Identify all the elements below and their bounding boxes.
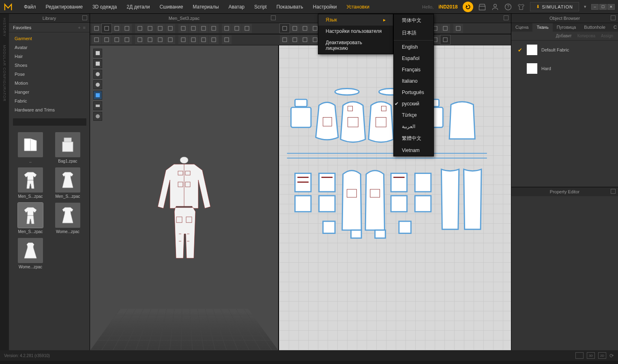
toolbar2d-tool-2[interactable]	[300, 24, 310, 33]
vp-mode-3[interactable]	[93, 70, 102, 79]
close-button[interactable]: ✕	[607, 4, 615, 10]
toolbar3d-tool-0[interactable]	[92, 24, 101, 33]
library-popout-icon[interactable]	[82, 15, 87, 20]
toolbar2db-tool-0[interactable]	[280, 35, 290, 44]
toolbar3db-tool-1[interactable]	[102, 35, 112, 44]
vp-mode-5[interactable]	[93, 91, 102, 100]
toolbar3db-tool-11[interactable]	[209, 35, 219, 44]
statusbar-box-1[interactable]	[575, 352, 584, 359]
toolbar3d-tool-9[interactable]	[189, 24, 198, 33]
ob-tab-Ткань[interactable]: Ткань	[532, 23, 552, 32]
vp-mode-6[interactable]	[93, 101, 102, 110]
document-tab-3d[interactable]: Men_Set3.zpac	[90, 14, 278, 23]
toolbar3db-tool-7[interactable]	[165, 35, 175, 44]
toolbar3d-tool-12[interactable]	[222, 24, 232, 33]
toolbar2db-tool-2[interactable]	[300, 35, 310, 44]
maximize-button[interactable]: ☐	[599, 4, 607, 10]
thumb-Men_S...zpac[interactable]: Men_S...zpac	[52, 167, 84, 199]
lang-item-Français[interactable]: Français	[394, 64, 433, 75]
toolbar3db-tool-9[interactable]	[189, 35, 198, 44]
toolbar2db-tool-1[interactable]	[290, 35, 300, 44]
menu-Редактирование[interactable]: Редактирование	[41, 1, 88, 13]
tshirt-icon[interactable]	[517, 3, 525, 11]
toolbar3d-tool-11[interactable]	[209, 24, 219, 33]
statusbar-refresh-icon[interactable]: ⟳	[609, 353, 614, 359]
vp-mode-1[interactable]	[93, 49, 102, 58]
category-garment[interactable]: Garment	[9, 34, 90, 43]
lang-item-русский[interactable]: ✔русский	[394, 98, 433, 109]
sync-button[interactable]	[463, 2, 473, 12]
lang-item-Italiano[interactable]: Italiano	[394, 75, 433, 87]
toolbar3db-tool-10[interactable]	[199, 35, 208, 44]
category-motion[interactable]: Motion	[9, 79, 90, 88]
menu-Настройки[interactable]: Настройки	[308, 1, 342, 13]
thumb-Wome...zpac[interactable]: Wome...zpac	[52, 203, 84, 234]
category-hair[interactable]: Hair	[9, 52, 90, 61]
favorites-menu-icon[interactable]: ≡	[83, 25, 86, 30]
toolbar3db-tool-6[interactable]	[155, 35, 165, 44]
ob-tab-Пуговица[interactable]: Пуговица	[553, 23, 580, 32]
toolbar3db-tool-2[interactable]	[112, 35, 122, 44]
search-input[interactable]	[13, 118, 86, 126]
toolbar3d-tool-10[interactable]	[199, 24, 208, 33]
menu-Аватар[interactable]: Аватар	[224, 1, 249, 13]
thumb-Men_S...zpac[interactable]: Men_S...zpac	[15, 203, 46, 234]
toolbar3d-tool-6[interactable]	[155, 24, 165, 33]
simulation-button[interactable]: ⬇ SIMULATION	[530, 2, 579, 11]
toolbar3d-tool-1[interactable]	[102, 24, 112, 33]
user-id[interactable]: iND2018	[438, 4, 457, 10]
toolbar3d-tool-3[interactable]	[122, 24, 132, 33]
toolbar3d-tool-4[interactable]	[135, 24, 145, 33]
statusbar-box-3[interactable]: 2D	[598, 352, 606, 359]
thumb-Men_S...zpac[interactable]: Men_S...zpac	[15, 167, 46, 199]
toolbar3d-tool-8[interactable]	[178, 24, 188, 33]
toolbar3db-tool-4[interactable]	[135, 35, 145, 44]
thumb-Bag1.zpac[interactable]: Bag1.zpac	[52, 132, 84, 163]
lang-item-English[interactable]: English	[394, 41, 433, 53]
category-shoes[interactable]: Shoes	[9, 61, 90, 70]
toolbar3d-tool-5[interactable]	[145, 24, 155, 33]
favorites-row[interactable]: Favorites + ≡	[9, 23, 90, 32]
toolbar3db-tool-5[interactable]	[145, 35, 155, 44]
favorites-add-icon[interactable]: +	[78, 25, 80, 30]
toolbar3d-tool-7[interactable]	[165, 24, 175, 33]
lang-item-العربية[interactable]: العربية	[394, 121, 433, 132]
lang-item-繁體中文[interactable]: 繁體中文	[394, 132, 433, 145]
doc-popout-2d-icon[interactable]	[504, 15, 509, 20]
statusbar-box-2[interactable]: 3D	[587, 352, 595, 359]
side-tab-history[interactable]: HISTORY	[2, 18, 6, 37]
toolbar2db-tool-15[interactable]	[440, 35, 450, 44]
menu-Показывать[interactable]: Показывать	[272, 1, 308, 13]
doc-popout-3d-icon[interactable]	[271, 15, 276, 20]
menu-3D одежда[interactable]: 3D одежда	[88, 1, 122, 13]
settings-item-Деактивировать лицензию[interactable]: Деактивировать лицензию	[318, 37, 393, 54]
fabric-row-default-fabric[interactable]: ✔Default Fabric	[511, 41, 618, 59]
toolbar3d-tool-2[interactable]	[112, 24, 122, 33]
category-hanger[interactable]: Hanger	[9, 88, 90, 96]
fabric-row-hard[interactable]: Hard	[511, 59, 618, 78]
side-tab-modular[interactable]: MODULAR CONFIGURATOR	[2, 45, 6, 102]
lang-item-Português[interactable]: Português	[394, 87, 433, 98]
lang-item-Español[interactable]: Español	[394, 53, 433, 64]
menu-Материалы[interactable]: Материалы	[188, 1, 223, 13]
menu-Сшивание[interactable]: Сшивание	[154, 1, 188, 13]
menu-Файл[interactable]: Файл	[19, 1, 41, 13]
menu-2Д детали[interactable]: 2Д детали	[122, 1, 154, 13]
ob-tab-Buttonhole[interactable]: Buttonhole	[580, 23, 609, 32]
action-add[interactable]: Добавит	[554, 33, 574, 39]
toolbar2d-tool-1[interactable]	[290, 24, 300, 33]
toolbar2d-tool-0[interactable]	[280, 24, 290, 33]
toolbar3db-tool-3[interactable]	[122, 35, 132, 44]
minimize-button[interactable]: –	[591, 4, 599, 10]
vp-mode-4[interactable]	[93, 80, 102, 89]
menu-Установки[interactable]: Установки	[341, 1, 374, 13]
property-editor-popout-icon[interactable]	[611, 189, 616, 194]
account-icon[interactable]	[491, 3, 499, 11]
category-hardware-and-trims[interactable]: Hardware and Trims	[9, 105, 90, 114]
lang-item-Türkçe[interactable]: Türkçe	[394, 109, 433, 121]
ob-tab-Сцена[interactable]: Сцена	[511, 23, 532, 32]
menu-Script[interactable]: Script	[249, 1, 272, 13]
toolbar2d-tool-16[interactable]	[453, 24, 463, 33]
settings-item-Язык[interactable]: Язык▸	[318, 14, 393, 26]
vp-mode-2[interactable]	[93, 59, 102, 68]
